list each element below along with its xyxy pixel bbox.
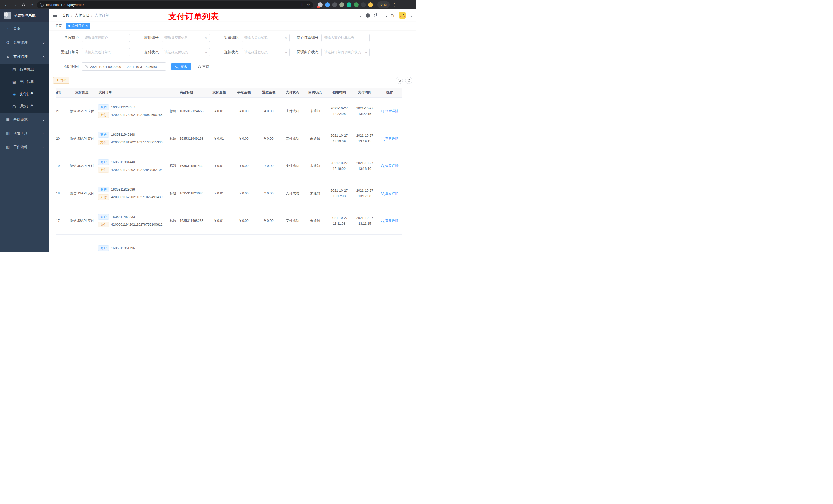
export-button[interactable]: 导出 [53, 77, 69, 84]
help-icon[interactable]: ? [374, 13, 378, 18]
hide-search-button[interactable] [396, 77, 403, 84]
extension-emoji-face[interactable] [368, 2, 373, 7]
reset-button[interactable]: 重置 [194, 63, 213, 70]
browser-update-button[interactable]: 更新 [377, 1, 389, 8]
extension-green-note[interactable] [354, 2, 359, 7]
filter-select[interactable]: 请选择支付状态∨ [162, 48, 210, 56]
hamburger-icon[interactable] [53, 14, 57, 17]
extension-sage-circle[interactable] [339, 2, 344, 7]
cell-actions: 查看详情 [378, 179, 402, 207]
merchant-order-no: 1635311851796 [111, 246, 135, 250]
tab-active[interactable]: 支付订单× [66, 23, 90, 29]
filter-select[interactable]: 请选择应用信息∨ [162, 34, 210, 42]
sidebar-subitem[interactable]: ◉支付订单 [0, 88, 49, 100]
font-size-icon[interactable]: TT [391, 13, 395, 18]
pay-order-no: 4200001181202110277723215336 [111, 140, 163, 144]
bookmark-star-icon[interactable]: ☆ [307, 3, 310, 7]
breadcrumb-item[interactable]: 支付管理 [75, 13, 89, 18]
search-button[interactable]: 搜索 [171, 63, 191, 70]
filter-input[interactable]: 请选择所属商户 [82, 34, 130, 42]
view-detail-link[interactable]: 查看详情 [381, 136, 399, 141]
cell-refund: ¥ 0.00 [256, 207, 281, 234]
extension-blue-pin[interactable] [325, 2, 330, 7]
sidebar-item[interactable]: ▣基础设施∨ [0, 113, 49, 126]
search-icon [175, 65, 179, 68]
filter-label: 创建时间 [53, 64, 82, 69]
sidebar-submenu: ▤商户信息▦应用信息◉支付订单▢退款订单 [0, 64, 49, 113]
tab-item[interactable]: 首页 [53, 23, 64, 29]
merchant-tag: 商户 [98, 132, 109, 138]
placeholder-text: 请输入渠道编码 [244, 35, 268, 40]
filter-select[interactable]: 请输入渠道编码∨ [241, 34, 290, 42]
sidebar-subitem[interactable]: ▤商户信息 [0, 64, 49, 76]
sidebar-item[interactable]: ▥研发工具∨ [0, 126, 49, 140]
breadcrumb-item[interactable]: 首页 [62, 13, 69, 18]
github-icon[interactable] [365, 13, 370, 18]
column-header: 支付订单 [97, 88, 166, 97]
cell-fee: ¥ 0.00 [232, 125, 256, 152]
browser-menu-icon[interactable]: ⋮ [392, 2, 397, 7]
pay-tag: 支付 [98, 222, 109, 227]
cell-channel: 微信 JSAPI 支付 [67, 179, 97, 207]
cell-status: 支付成功 [281, 207, 304, 234]
column-header: 支付时间 [352, 88, 378, 97]
view-detail-link[interactable]: 查看详情 [381, 218, 399, 223]
share-icon[interactable]: ↥ [301, 3, 303, 7]
browser-address-bar[interactable]: i localhost:1024/pay/order ↥ ☆ [37, 1, 313, 8]
app-logo[interactable]: 芋道管理系统 [0, 9, 49, 22]
sidebar-subitem[interactable]: ▢退款订单 [0, 100, 49, 113]
view-detail-link[interactable]: 查看详情 [381, 109, 399, 114]
cell-id: 21 [55, 97, 67, 125]
user-avatar[interactable] [399, 12, 406, 19]
search-icon[interactable] [358, 14, 361, 17]
pay-order-line: 支付4200001181202110277723215336 [98, 140, 166, 145]
cell-id: 20 [55, 125, 67, 152]
sidebar-item-label: 支付订单 [20, 92, 34, 97]
export-button-label: 导出 [60, 78, 66, 83]
date-separator: - [123, 65, 124, 69]
view-detail-link[interactable]: 查看详情 [381, 164, 399, 168]
browser-back-icon[interactable]: ← [3, 1, 10, 8]
sidebar-item[interactable]: ¥支付管理∧ [0, 50, 49, 64]
browser-refresh-icon[interactable] [20, 1, 27, 8]
table-toolbar: 导出 [53, 77, 412, 84]
placeholder-text: 请选择应用信息 [164, 35, 188, 40]
breadcrumb-item[interactable]: 支付订单 [95, 13, 109, 18]
chevron-down-icon: ∨ [364, 51, 367, 54]
extension-dark-globe[interactable] [332, 2, 337, 7]
filter-input[interactable]: 请输入渠道订单号 [82, 48, 130, 56]
pay-order-line: 支付4200001174202110278060590766 [98, 112, 166, 118]
merchant-order-no: 1635311823086 [111, 188, 135, 191]
breadcrumb-separator: / [91, 13, 93, 18]
cell-actions: 查看详情 [378, 207, 402, 234]
extension-dark-puzzle[interactable] [361, 2, 366, 7]
site-info-icon[interactable]: i [40, 3, 44, 7]
date-range-input[interactable]: 2021-10-01 00:00:00 - 2021-10-31 23:59:5… [82, 63, 166, 71]
devtools-icon: ▥ [6, 131, 10, 136]
sidebar-item[interactable]: ◔首页 [0, 22, 49, 36]
cell-notify-status: 未通知 [304, 207, 326, 234]
sidebar-item[interactable]: ⚙系统管理∨ [0, 36, 49, 50]
sidebar-item[interactable]: ▧工作流程∨ [0, 140, 49, 154]
sidebar-item-label: 工作流程 [13, 145, 28, 149]
browser-forward-icon[interactable]: → [11, 1, 18, 8]
filter-select[interactable]: 请选择退款状态∨ [241, 48, 290, 56]
refresh-table-button[interactable] [405, 77, 412, 84]
extension-green-check[interactable] [347, 2, 352, 7]
breadcrumb-separator: / [71, 13, 72, 18]
chevron-down-icon: ∨ [42, 118, 45, 121]
sidebar-item-label: 首页 [13, 27, 21, 31]
view-detail-link[interactable]: 查看详情 [381, 191, 399, 196]
browser-home-icon[interactable]: ⌂ [28, 1, 35, 8]
filter-input[interactable]: 请输入商户订单编号 [322, 34, 370, 42]
extension-palette[interactable]: 10 [318, 2, 323, 7]
user-menu-caret-icon[interactable] [410, 16, 412, 19]
fullscreen-icon[interactable] [383, 14, 386, 18]
close-icon[interactable]: × [86, 24, 88, 27]
cell-paid-time: 2021-10-2713:17:08 [352, 179, 378, 207]
sidebar-subitem[interactable]: ▦应用信息 [0, 76, 49, 88]
cell-channel: 微信 JSAPI 支付 [67, 97, 97, 125]
merchant-order-no: 1635311949168 [111, 133, 135, 137]
merchant-order-line: 商户1635311851796 [98, 245, 166, 251]
filter-select[interactable]: 请选择订单回调商户状态∨ [322, 48, 370, 56]
